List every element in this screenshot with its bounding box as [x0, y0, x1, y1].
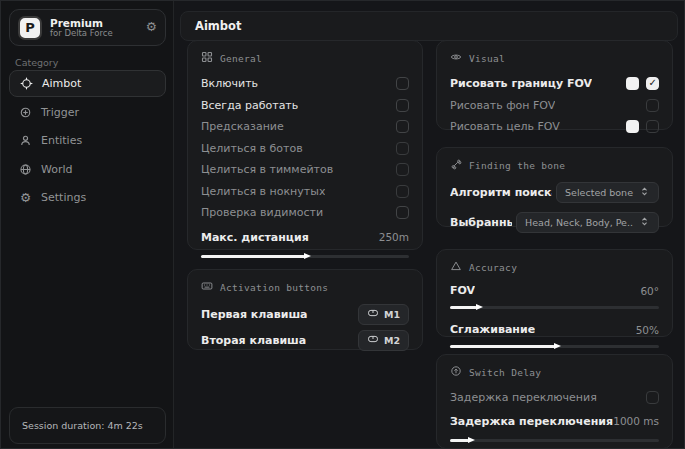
selected-bones-dropdown[interactable]: Head, Neck, Body, Pe.. — [516, 212, 659, 233]
grid-icon — [201, 51, 213, 65]
sidebar: P Premium for Delta Force ⚙ Category Aim… — [1, 1, 174, 449]
activation-card: Activation buttons Первая клавиша M1 Вто… — [187, 269, 423, 350]
visual-label: Рисовать фон FOV — [450, 99, 555, 112]
trigger-icon — [19, 106, 32, 119]
slider-value: 50% — [636, 324, 659, 336]
bone-icon — [450, 158, 462, 172]
slider-label: FOV — [450, 284, 475, 297]
checkbox-aim-teammates[interactable] — [396, 163, 409, 176]
dropdown-label: Алгоритм поиска кости — [450, 186, 552, 199]
keybind-button-1[interactable]: M1 — [358, 304, 409, 325]
checkbox-fov-border[interactable] — [646, 77, 659, 90]
smoothing-slider[interactable] — [450, 345, 659, 348]
expand-icon — [639, 186, 650, 199]
keyboard-icon — [201, 280, 213, 294]
settings-gear-icon: ⚙ — [19, 191, 32, 204]
main-area: Aimbot General Включить Всегда работать … — [174, 1, 685, 449]
session-duration: Session duration: 4m 22s — [9, 407, 166, 444]
sidebar-item-label: Aimbot — [42, 77, 81, 90]
app-window: P Premium for Delta Force ⚙ Category Aim… — [0, 0, 685, 449]
accuracy-card: Accuracy FOV 60° Сглаживание 50% — [436, 249, 673, 337]
slider-thumb[interactable] — [476, 304, 483, 310]
general-card: General Включить Всегда работать Предска… — [187, 40, 423, 250]
toggle-label: Проверка видимости — [201, 206, 323, 219]
toggle-label: Целиться в тиммейтов — [201, 163, 333, 176]
brand-card: P Premium for Delta Force ⚙ — [9, 9, 166, 46]
visual-label: Рисовать границу FOV — [450, 77, 592, 90]
sidebar-item-aimbot[interactable]: Aimbot — [9, 70, 166, 97]
expand-icon — [639, 216, 650, 229]
sidebar-item-entities[interactable]: Entities — [9, 127, 166, 155]
sidebar-nav: Aimbot Trigger Entities — [9, 70, 166, 212]
section-title: Switch Delay — [469, 367, 541, 378]
crosshair-icon — [20, 77, 33, 90]
gear-icon[interactable]: ⚙ — [146, 21, 157, 34]
sidebar-item-label: Settings — [41, 191, 86, 204]
switch-delay-slider[interactable] — [450, 439, 659, 442]
page-header: Aimbot — [180, 11, 678, 41]
section-title: General — [220, 53, 262, 64]
entities-icon — [19, 134, 32, 147]
toggle-label: Всегда работать — [201, 99, 298, 112]
checkbox-always-work[interactable] — [396, 99, 409, 112]
globe-icon — [19, 163, 32, 176]
toggle-label: Целиться в ботов — [201, 142, 303, 155]
section-title: Activation buttons — [220, 282, 328, 293]
brand-title: Premium — [50, 17, 138, 29]
sidebar-item-label: Trigger — [41, 106, 79, 119]
category-label: Category — [15, 57, 58, 68]
toggle-label: Задержка переключения — [450, 391, 597, 404]
slider-value: 1000 ms — [613, 415, 659, 427]
checkbox-fov-background[interactable] — [646, 99, 659, 112]
keybind-label: Вторая клавиша — [201, 334, 306, 347]
max-distance-slider[interactable] — [201, 255, 409, 258]
slider-label: Задержка переключения (мс) — [450, 415, 613, 428]
slider-thumb[interactable] — [468, 437, 475, 443]
sidebar-item-world[interactable]: World — [9, 155, 166, 183]
slider-value: 250m — [379, 231, 409, 243]
triangle-icon — [450, 260, 462, 274]
switch-delay-card: Switch Delay Задержка переключения Задер… — [436, 354, 673, 449]
slider-label: Сглаживание — [450, 323, 535, 336]
brand-subtitle: for Delta Force — [50, 29, 138, 39]
keybind-button-2[interactable]: M2 — [358, 330, 409, 351]
sidebar-item-label: Entities — [41, 134, 82, 147]
checkbox-visibility-check[interactable] — [396, 206, 409, 219]
section-title: Accuracy — [469, 262, 517, 273]
sidebar-item-label: World — [41, 163, 73, 176]
checkbox-enable[interactable] — [396, 77, 409, 90]
visual-label: Рисовать цель FOV — [450, 120, 560, 133]
color-swatch[interactable] — [626, 120, 639, 133]
checkbox-prediction[interactable] — [396, 120, 409, 133]
bone-algorithm-dropdown[interactable]: Selected bone — [556, 182, 659, 203]
checkbox-fov-target[interactable] — [646, 120, 659, 133]
sidebar-item-settings[interactable]: ⚙ Settings — [9, 184, 166, 212]
dropdown-label: Выбранные кости — [450, 216, 512, 229]
page-title: Aimbot — [195, 19, 241, 33]
checkbox-aim-bots[interactable] — [396, 142, 409, 155]
slider-value: 60° — [640, 285, 659, 297]
checkbox-switch-delay[interactable] — [646, 391, 659, 404]
bone-card: Finding the bone Алгоритм поиска кости S… — [436, 147, 673, 227]
keybind-label: Первая клавиша — [201, 308, 308, 321]
checkbox-aim-knocked[interactable] — [396, 185, 409, 198]
sidebar-item-trigger[interactable]: Trigger — [9, 98, 166, 126]
mouse-icon — [367, 333, 379, 347]
mouse-icon — [367, 307, 379, 321]
eye-icon — [450, 51, 462, 65]
slider-thumb[interactable] — [304, 253, 311, 259]
color-swatch[interactable] — [626, 77, 639, 90]
slider-thumb[interactable] — [554, 343, 561, 349]
visual-card: Visual Рисовать границу FOV Рисовать фон… — [436, 40, 673, 130]
section-title: Finding the bone — [469, 160, 565, 171]
slider-label: Макс. дистанция — [201, 231, 309, 244]
toggle-label: Включить — [201, 77, 258, 90]
fov-slider[interactable] — [450, 306, 659, 309]
brand-logo: P — [18, 16, 42, 40]
section-title: Visual — [469, 53, 505, 64]
switch-arrow-icon — [450, 365, 462, 379]
toggle-label: Целиться в нокнутых — [201, 185, 325, 198]
toggle-label: Предсказание — [201, 120, 284, 133]
